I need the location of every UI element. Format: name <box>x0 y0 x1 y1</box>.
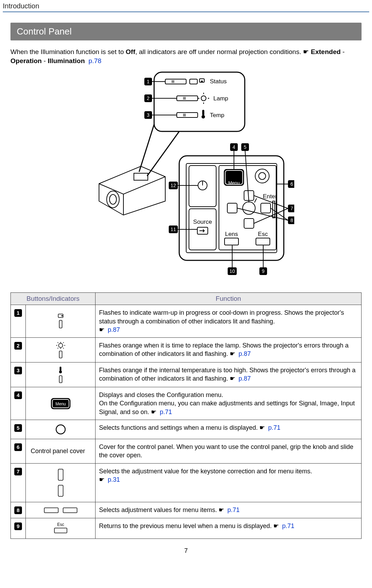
intro-dash2: - <box>42 57 48 64</box>
svg-text:5: 5 <box>244 144 246 150</box>
row7-link[interactable]: p.31 <box>108 476 120 483</box>
svg-line-92 <box>63 348 64 349</box>
left-right-buttons-icon <box>26 502 96 518</box>
svg-rect-3 <box>190 79 197 84</box>
row8-desc: Selects adjustment values for menu items… <box>96 502 362 518</box>
svg-line-89 <box>58 342 58 343</box>
page-header-title: Introduction <box>3 2 369 10</box>
svg-line-48 <box>255 198 257 203</box>
control-panel-diagram: .ln{stroke:#000;stroke-width:2;fill:none… <box>0 69 372 286</box>
row2-num: 2 <box>14 342 22 350</box>
svg-point-16 <box>202 115 205 119</box>
table-row: 7 Selects the adjustment value for the k… <box>11 463 362 502</box>
svg-rect-101 <box>58 469 63 480</box>
svg-point-100 <box>56 425 65 434</box>
intro-prefix: When the Illumination function is set to <box>10 48 126 55</box>
row6-num: 6 <box>14 443 22 451</box>
hand-pointer-icon <box>259 424 266 431</box>
svg-text:1: 1 <box>147 79 150 84</box>
hand-pointer-icon <box>151 408 158 415</box>
intro-page-link[interactable]: p.78 <box>89 57 101 64</box>
table-row: 3 Flashes orange if the internal tempera… <box>11 362 362 387</box>
row4-link[interactable]: p.71 <box>160 408 172 415</box>
svg-line-91 <box>58 348 58 349</box>
row5-num: 5 <box>14 424 22 432</box>
svg-point-43 <box>243 202 255 214</box>
lamp-indicator-icon <box>26 338 96 362</box>
svg-rect-14 <box>183 114 186 116</box>
diagram-label-temp: Temp <box>210 112 225 119</box>
enter-ring-icon <box>26 420 96 439</box>
row3-num: 3 <box>14 367 22 374</box>
row2-desc: Flashes orange when it is time to replac… <box>96 338 362 362</box>
temp-indicator-icon <box>26 362 96 387</box>
svg-line-29 <box>139 124 154 172</box>
intro-b1: Extended <box>311 48 341 55</box>
svg-rect-106 <box>54 528 67 533</box>
row8-link[interactable]: p.71 <box>227 506 240 513</box>
svg-point-84 <box>59 343 63 348</box>
callout-12: 12 <box>169 182 198 189</box>
row2-link[interactable]: p.87 <box>238 350 251 357</box>
table-row: 4 Menu Displays and closes the Configura… <box>11 387 362 420</box>
row8-num: 8 <box>14 506 22 514</box>
diagram-label-status: Status <box>210 78 227 85</box>
svg-rect-50 <box>256 238 270 245</box>
row4-num: 4 <box>14 391 22 399</box>
esc-button-icon: Esc <box>26 518 96 539</box>
svg-rect-94 <box>60 367 61 371</box>
svg-rect-102 <box>58 485 63 496</box>
svg-rect-47 <box>261 203 271 213</box>
svg-point-82 <box>61 315 63 316</box>
svg-point-42 <box>259 173 266 180</box>
keystone-buttons-icon <box>26 463 96 502</box>
svg-rect-33 <box>189 166 216 207</box>
svg-text:2: 2 <box>147 96 150 101</box>
callout-11: 11 <box>169 226 197 233</box>
row6-label: Control panel cover <box>26 439 96 464</box>
table-row: 9 Esc Returns to the previous menu level… <box>11 518 362 539</box>
table-row: 1 Flashes to indicate warm-up in progres… <box>11 305 362 338</box>
intro-b2: Operation <box>10 57 42 64</box>
svg-point-26 <box>107 191 119 208</box>
svg-rect-83 <box>59 320 62 328</box>
hand-pointer-icon <box>99 476 106 483</box>
row9-link[interactable]: p.71 <box>282 522 294 529</box>
svg-rect-2 <box>172 80 174 83</box>
svg-rect-7 <box>183 97 186 100</box>
diagram-label-enter: Enter <box>263 193 277 200</box>
svg-text:6: 6 <box>290 181 293 187</box>
menu-button-icon: Menu <box>26 387 96 420</box>
hand-pointer-icon <box>219 506 226 513</box>
row3-link[interactable]: p.87 <box>238 375 251 382</box>
intro-mid: , all indicators are off under normal pr… <box>135 48 301 55</box>
svg-text:Menu: Menu <box>55 402 66 406</box>
svg-line-30 <box>147 131 179 176</box>
hand-pointer-icon <box>230 375 237 382</box>
svg-point-27 <box>109 194 116 204</box>
svg-line-57 <box>245 151 249 203</box>
diagram-label-menu: Menu <box>228 180 240 185</box>
svg-text:10: 10 <box>229 268 235 274</box>
svg-point-8 <box>201 96 206 101</box>
callout-8: 8 <box>237 208 294 224</box>
svg-line-90 <box>63 342 64 343</box>
svg-point-41 <box>255 169 269 183</box>
row5-desc: Selects functions and settings when a me… <box>96 420 362 439</box>
diagram-label-lamp: Lamp <box>213 95 228 102</box>
svg-text:7: 7 <box>290 206 293 211</box>
svg-rect-13 <box>177 113 198 117</box>
projector-icon <box>99 166 165 215</box>
row1-link[interactable]: p.87 <box>108 326 120 333</box>
svg-text:9: 9 <box>262 268 265 274</box>
svg-rect-6 <box>177 96 198 101</box>
svg-text:3: 3 <box>147 112 150 118</box>
row4-desc: Displays and closes the Configuration me… <box>96 387 362 420</box>
section-title-bar: Control Panel <box>10 23 362 40</box>
row5-link[interactable]: p.71 <box>268 424 280 431</box>
hand-pointer-icon <box>99 326 106 333</box>
callout-2: 2 <box>144 94 177 102</box>
diagram-label-lens: Lens <box>225 231 238 237</box>
svg-rect-45 <box>244 219 254 228</box>
svg-text:Esc: Esc <box>57 522 64 527</box>
